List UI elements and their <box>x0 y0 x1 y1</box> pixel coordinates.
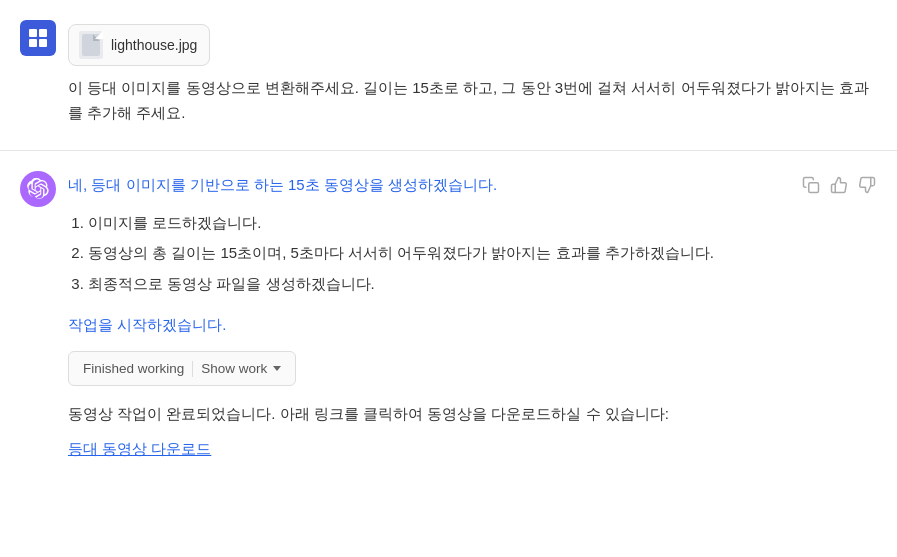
user-avatar <box>20 20 56 56</box>
list-item-text-1: 이미지를 로드하겠습니다. <box>88 214 261 231</box>
user-message-block: lighthouse.jpg 이 등대 이미지를 동영상으로 변환해주세요. 길… <box>0 0 897 151</box>
list-item: 동영상의 총 길이는 15초이며, 5초마다 서서히 어두워졌다가 밝아지는 효… <box>88 241 789 266</box>
assistant-content: 네, 등대 이미지를 기반으로 하는 15초 동영상을 생성하겠습니다. 이미지… <box>68 171 789 462</box>
assistant-message-block: 네, 등대 이미지를 기반으로 하는 15초 동영상을 생성하겠습니다. 이미지… <box>0 151 897 486</box>
thumb-down-icon[interactable] <box>857 175 877 195</box>
download-link[interactable]: 등대 동영상 다운로드 <box>68 440 211 457</box>
message-actions <box>801 171 877 195</box>
file-name: lighthouse.jpg <box>111 34 197 56</box>
user-avatar-icon <box>27 27 49 49</box>
chevron-down-icon <box>273 366 281 371</box>
svg-rect-0 <box>29 29 37 37</box>
svg-rect-2 <box>29 39 37 47</box>
list-item-text-3: 최종적으로 동영상 파일을 생성하겠습니다. <box>88 275 375 292</box>
finished-working-badge[interactable]: Finished working Show work <box>68 351 296 387</box>
file-attachment[interactable]: lighthouse.jpg <box>68 24 210 66</box>
show-work-label[interactable]: Show work <box>201 358 281 380</box>
thumb-up-icon[interactable] <box>829 175 849 195</box>
assistant-avatar <box>20 171 56 207</box>
start-work-text: 작업을 시작하겠습니다. <box>68 313 789 337</box>
svg-rect-4 <box>82 34 100 56</box>
list-item: 최종적으로 동영상 파일을 생성하겠습니다. <box>88 272 789 297</box>
copy-icon[interactable] <box>801 175 821 195</box>
finished-working-label: Finished working <box>83 358 184 380</box>
user-text: 이 등대 이미지를 동영상으로 변환해주세요. 길이는 15초로 하고, 그 동… <box>68 76 877 126</box>
completion-text: 동영상 작업이 완료되었습니다. 아래 링크를 클릭하여 동영상을 다운로드하실… <box>68 402 789 427</box>
list-item-text-2: 동영상의 총 길이는 15초이며, 5초마다 서서히 어두워졌다가 밝아지는 효… <box>88 244 714 261</box>
file-icon <box>79 31 103 59</box>
svg-rect-5 <box>809 182 819 192</box>
list-item: 이미지를 로드하겠습니다. <box>88 211 789 236</box>
assistant-list: 이미지를 로드하겠습니다. 동영상의 총 길이는 15초이며, 5초마다 서서히… <box>68 211 789 297</box>
assistant-header-text: 네, 등대 이미지를 기반으로 하는 15초 동영상을 생성하겠습니다. <box>68 173 789 197</box>
svg-rect-1 <box>39 29 47 37</box>
svg-rect-3 <box>39 39 47 47</box>
badge-divider <box>192 361 193 377</box>
user-content: lighthouse.jpg 이 등대 이미지를 동영상으로 변환해주세요. 길… <box>68 20 877 126</box>
openai-logo-icon <box>27 178 49 200</box>
chat-container: lighthouse.jpg 이 등대 이미지를 동영상으로 변환해주세요. 길… <box>0 0 897 485</box>
